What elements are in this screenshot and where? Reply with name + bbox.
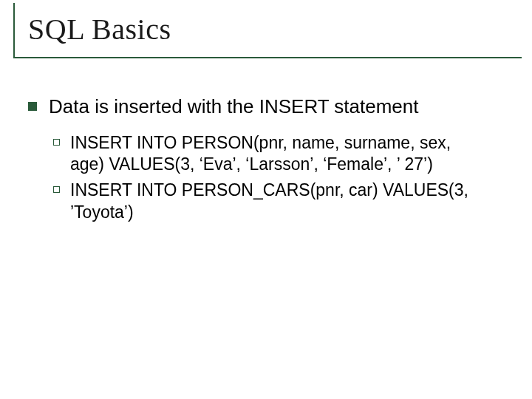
bullet-level2: INSERT INTO PERSON(pnr, name, surname, s… — [53, 132, 510, 176]
slide: SQL Basics Data is inserted with the INS… — [0, 0, 532, 399]
bullet-text: Data is inserted with the INSERT stateme… — [49, 95, 419, 119]
square-bullet-icon — [28, 102, 37, 111]
hollow-square-bullet-icon — [53, 139, 60, 146]
hollow-square-bullet-icon — [53, 186, 60, 193]
sub-bullet-text: INSERT INTO PERSON(pnr, name, surname, s… — [70, 132, 484, 176]
bullet-level2: INSERT INTO PERSON_CARS(pnr, car) VALUES… — [53, 180, 510, 223]
bullet-level1: Data is inserted with the INSERT stateme… — [28, 95, 510, 119]
sub-bullets: INSERT INTO PERSON(pnr, name, surname, s… — [28, 132, 510, 224]
slide-title: SQL Basics — [28, 12, 522, 47]
title-container: SQL Basics — [13, 3, 522, 58]
slide-body: Data is inserted with the INSERT stateme… — [28, 95, 510, 228]
sub-bullet-text: INSERT INTO PERSON_CARS(pnr, car) VALUES… — [70, 180, 484, 223]
